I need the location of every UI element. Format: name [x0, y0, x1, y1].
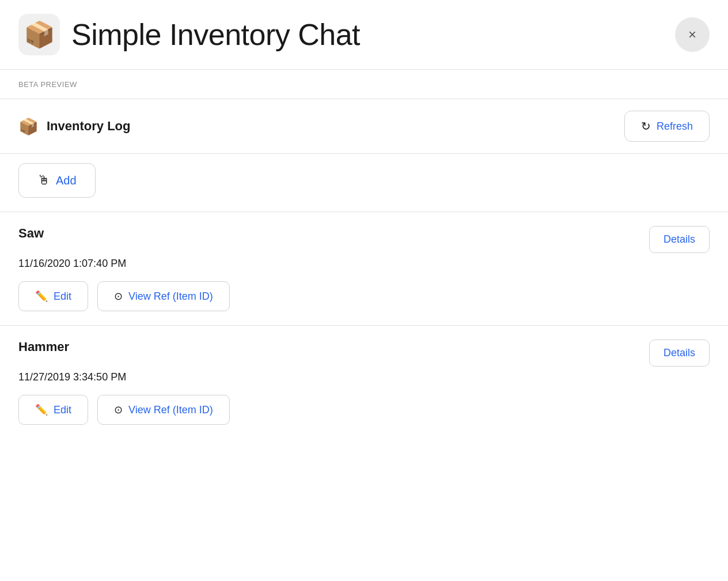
item-header-hammer: Hammer Details: [18, 339, 710, 367]
inventory-list: Saw Details 11/16/2020 1:07:40 PM ✏️ Edi…: [0, 212, 728, 439]
section-icon: 📦: [18, 117, 39, 136]
edit-label-hammer: Edit: [54, 404, 71, 416]
header-left: 📦 Simple Inventory Chat: [18, 14, 360, 55]
item-actions-saw: ✏️ Edit ⊙ View Ref (Item ID): [18, 281, 710, 311]
add-icon: 🖱: [37, 173, 50, 188]
edit-button-hammer[interactable]: ✏️ Edit: [18, 395, 88, 425]
view-ref-button-hammer[interactable]: ⊙ View Ref (Item ID): [97, 395, 230, 425]
view-ref-icon-hammer: ⊙: [114, 403, 123, 416]
view-ref-button-saw[interactable]: ⊙ View Ref (Item ID): [97, 281, 230, 311]
inventory-item-saw: Saw Details 11/16/2020 1:07:40 PM ✏️ Edi…: [0, 212, 728, 325]
details-button-hammer[interactable]: Details: [649, 339, 710, 367]
beta-label: BETA PREVIEW: [18, 80, 77, 89]
view-ref-label-saw: View Ref (Item ID): [128, 290, 213, 303]
beta-bar: BETA PREVIEW: [0, 70, 728, 99]
section-header-left: 📦 Inventory Log: [18, 117, 130, 136]
edit-icon-hammer: ✏️: [35, 403, 48, 416]
refresh-icon: ↻: [641, 119, 651, 133]
item-date-hammer: 11/27/2019 3:34:50 PM: [18, 371, 710, 383]
add-label: Add: [56, 174, 77, 187]
edit-button-saw[interactable]: ✏️ Edit: [18, 281, 88, 311]
view-ref-label-hammer: View Ref (Item ID): [128, 404, 213, 416]
section-title: Inventory Log: [47, 119, 130, 134]
actions-bar: 🖱 Add: [0, 154, 728, 212]
section-header: 📦 Inventory Log ↻ Refresh: [0, 99, 728, 153]
add-button[interactable]: 🖱 Add: [18, 163, 96, 198]
details-button-saw[interactable]: Details: [649, 226, 710, 253]
inventory-item-hammer: Hammer Details 11/27/2019 3:34:50 PM ✏️ …: [0, 325, 728, 439]
close-icon: ×: [688, 27, 696, 43]
app-header: 📦 Simple Inventory Chat ×: [0, 0, 728, 69]
details-label-saw: Details: [663, 233, 695, 245]
app-icon: 📦: [18, 14, 60, 55]
app-title: Simple Inventory Chat: [71, 17, 360, 52]
close-button[interactable]: ×: [675, 17, 710, 52]
edit-icon-saw: ✏️: [35, 290, 48, 303]
item-header-saw: Saw Details: [18, 226, 710, 253]
item-name-hammer: Hammer: [18, 339, 69, 354]
item-name-saw: Saw: [18, 226, 44, 241]
item-date-saw: 11/16/2020 1:07:40 PM: [18, 258, 710, 270]
view-ref-icon-saw: ⊙: [114, 290, 123, 303]
refresh-button[interactable]: ↻ Refresh: [624, 111, 710, 142]
details-label-hammer: Details: [663, 347, 695, 359]
edit-label-saw: Edit: [54, 290, 71, 303]
refresh-label: Refresh: [657, 120, 693, 133]
item-actions-hammer: ✏️ Edit ⊙ View Ref (Item ID): [18, 395, 710, 425]
